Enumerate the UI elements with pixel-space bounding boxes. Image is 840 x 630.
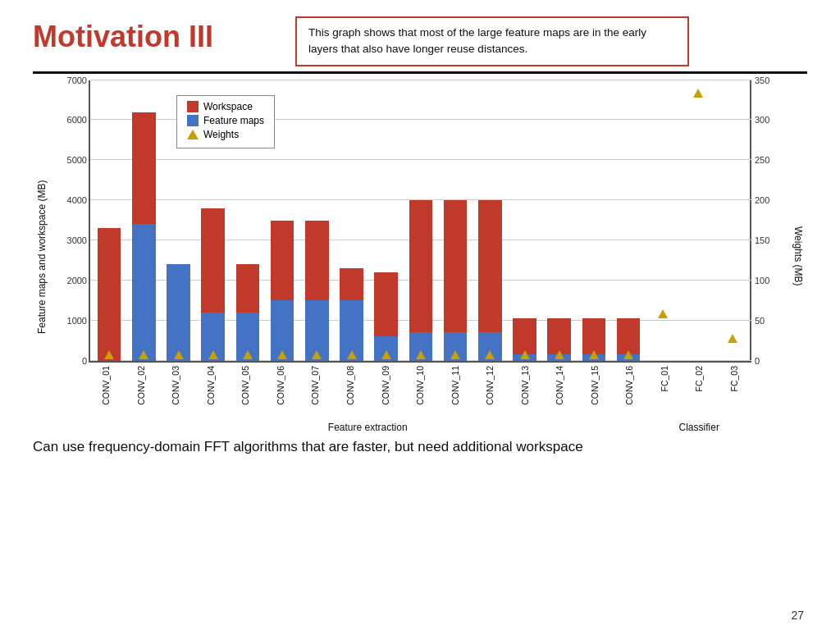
bar-stack [444, 200, 468, 360]
legend-weights: Weights [187, 129, 264, 140]
slide: Motivation III This graph shows that mos… [0, 0, 840, 630]
x-label: FC_01 [660, 366, 669, 392]
weight-triangle [693, 89, 703, 98]
bar-slot [507, 80, 541, 361]
chart-plot-area: 0010005020001003000150400020050002506000… [89, 80, 751, 363]
bar-slot [646, 80, 680, 361]
x-label-slot: CONV_15 [577, 363, 612, 420]
weight-triangle [728, 334, 737, 343]
y-tick-left: 7000 [67, 75, 87, 85]
y-tick-left: 6000 [67, 115, 87, 125]
x-section-classifier: Classifier [646, 422, 751, 433]
bar-slot [334, 80, 368, 361]
bar-stack [236, 264, 260, 360]
bar-workspace [374, 272, 398, 336]
y-tick-right: 350 [755, 75, 769, 85]
x-label: CONV_04 [206, 366, 216, 405]
y-tick-right: 200 [755, 195, 769, 205]
bar-slot [92, 80, 126, 361]
y-tick-left: 0 [82, 356, 87, 366]
x-label: CONV_06 [276, 366, 285, 405]
x-label-slot: CONV_03 [158, 363, 194, 420]
bar-workspace [513, 318, 536, 354]
bar-workspace [201, 208, 225, 313]
x-label-slot: CONV_08 [333, 363, 368, 420]
x-label: FC_03 [729, 366, 739, 392]
x-labels-row: CONV_01CONV_02CONV_03CONV_04CONV_05CONV_… [89, 363, 751, 420]
legend-featuremaps-color [187, 115, 199, 126]
x-label: CONV_13 [520, 366, 530, 405]
x-label: CONV_03 [171, 366, 180, 405]
bar-slot [438, 80, 472, 361]
weight-triangle [312, 350, 322, 359]
y-tick-right: 150 [755, 235, 769, 245]
x-label-slot: FC_03 [717, 363, 752, 420]
y-tick-right: 50 [755, 316, 765, 326]
legend-workspace-color [187, 101, 199, 112]
bar-workspace [236, 264, 260, 313]
x-label: CONV_12 [485, 366, 495, 405]
y-tick-left: 5000 [67, 155, 87, 165]
weight-triangle [520, 350, 530, 359]
bar-slot [369, 80, 404, 361]
chart-container: Feature maps and workspace (MB) 00100050… [33, 80, 807, 433]
weight-triangle [450, 350, 460, 359]
x-label-slot: FC_02 [682, 363, 717, 420]
bar-slot [611, 80, 646, 361]
legend: Workspace Feature maps Weights [176, 95, 275, 148]
x-label-slot: CONV_11 [437, 363, 472, 420]
y-tick-left: 4000 [67, 195, 87, 205]
bar-slot [126, 80, 161, 361]
weight-triangle [416, 350, 426, 359]
y-tick-right: 250 [755, 155, 769, 165]
y-tick-right: 300 [755, 115, 769, 125]
x-label: CONV_15 [590, 366, 600, 405]
bar-stack [478, 200, 502, 360]
chart-inner: 0010005020001003000150400020050002506000… [52, 80, 788, 433]
bar-slot [542, 80, 577, 361]
bar-slot [404, 80, 438, 361]
weight-triangle [589, 350, 599, 359]
x-label-slot: CONV_09 [368, 363, 403, 420]
bar-stack [98, 228, 121, 360]
bar-stack [340, 268, 363, 360]
x-label-slot: CONV_04 [194, 363, 229, 420]
x-label-slot: FC_01 [647, 363, 682, 420]
weight-triangle [658, 309, 668, 318]
bar-workspace [478, 200, 502, 332]
x-label: CONV_11 [450, 366, 460, 405]
y-tick-right: 100 [755, 276, 769, 285]
x-label: CONV_10 [415, 366, 425, 405]
bar-stack [409, 200, 433, 360]
divider [33, 71, 807, 74]
bar-workspace [132, 112, 156, 225]
x-label-slot: CONV_05 [228, 363, 263, 420]
x-label: CONV_16 [624, 366, 634, 405]
y-axis-left-label: Feature maps and workspace (MB) [33, 80, 51, 433]
page-number: 27 [791, 609, 804, 622]
bar-workspace [409, 200, 433, 332]
bar-stack [132, 112, 156, 361]
x-label: CONV_09 [381, 366, 390, 405]
weight-triangle [555, 350, 564, 359]
x-label: CONV_14 [555, 366, 564, 405]
y-tick-right: 0 [755, 356, 760, 366]
bar-featuremaps [132, 224, 156, 360]
x-label-slot: CONV_14 [542, 363, 578, 420]
x-label-slot: CONV_02 [124, 363, 159, 420]
x-label-slot: CONV_12 [472, 363, 508, 420]
bar-stack [374, 272, 398, 360]
slide-title: Motivation III [33, 20, 246, 54]
bar-slot [715, 80, 750, 361]
legend-featuremaps: Feature maps [187, 115, 264, 126]
y-axis-right-label: Weights (MB) [789, 80, 807, 433]
y-tick-left: 3000 [67, 235, 87, 245]
weight-triangle [243, 350, 253, 359]
x-label: CONV_02 [136, 366, 146, 405]
bar-featuremaps [167, 264, 190, 360]
x-label: FC_02 [694, 366, 704, 392]
weight-triangle [139, 350, 148, 359]
y-tick-left: 2000 [67, 276, 87, 285]
legend-workspace-label: Workspace [203, 101, 253, 112]
header-area: Motivation III This graph shows that mos… [33, 16, 807, 66]
